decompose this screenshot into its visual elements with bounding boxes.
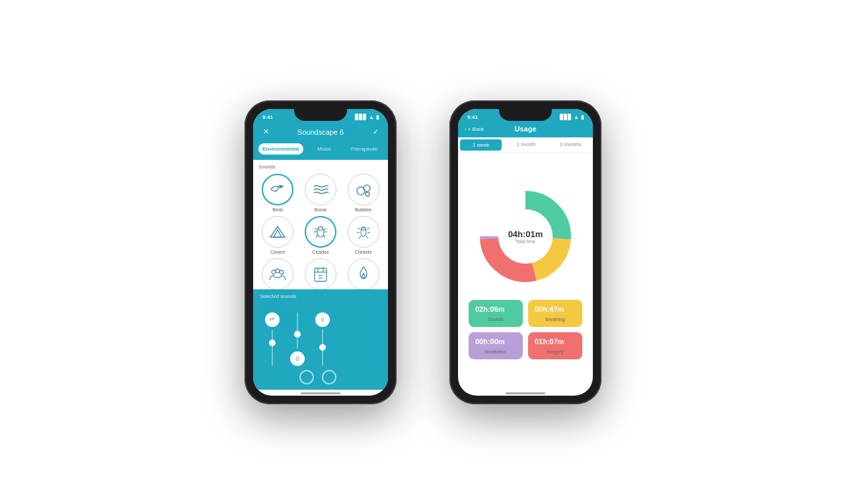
slider-bird-track: [272, 330, 273, 366]
stat-sounds-value: 02h:06m: [475, 305, 505, 313]
stat-sounds-name: Sounds: [475, 317, 516, 322]
slider-cicada-track: [297, 312, 298, 349]
time-tabs: 1 week 1 month 3 months: [458, 137, 593, 153]
svg-point-24: [280, 270, 284, 274]
tab-music[interactable]: Music: [306, 143, 343, 155]
svg-point-7: [319, 227, 323, 231]
stat-breathing-name: Breathing: [535, 317, 576, 322]
brook-label: Brook: [315, 207, 327, 212]
svg-line-13: [323, 235, 325, 237]
svg-line-17: [367, 228, 369, 229]
phone2-screen: 9:41 ▊▊▊ ▲ ▮ ‹ < Back Usage: [458, 109, 593, 396]
stat-breathing: 00h:47m Breathing: [528, 300, 582, 327]
close-button[interactable]: ✕: [260, 126, 272, 138]
svg-line-21: [366, 236, 368, 238]
notch-2: [499, 109, 552, 121]
tab-therapeutic[interactable]: Therapeutic: [346, 143, 383, 155]
stat-imagery-name: Imagery: [535, 349, 576, 354]
svg-point-22: [272, 270, 276, 274]
sound-cicadas[interactable]: Cicadas: [301, 216, 340, 254]
dishwasher-circle: [305, 258, 336, 289]
selected-sounds-label: Selected sounds: [260, 293, 381, 299]
scene: 9:41 ▊▊▊ ▲ ▮ ✕ Soundscape 6: [0, 0, 846, 504]
donut-chart: 04h:01m Total time: [473, 184, 578, 289]
svg-point-31: [296, 356, 299, 360]
sound-crickets[interactable]: Crickets: [344, 216, 383, 254]
phone-1: 9:41 ▊▊▊ ▲ ▮ ✕ Soundscape 6: [245, 100, 397, 404]
cicadas-label: Cicadas: [312, 250, 328, 254]
birds-label: Birds: [272, 207, 283, 212]
phone-2: 9:41 ▊▊▊ ▲ ▮ ‹ < Back Usage: [449, 100, 601, 404]
brook-circle: [305, 174, 336, 205]
check-button[interactable]: ✓: [369, 126, 381, 138]
svg-marker-4: [270, 227, 285, 237]
bottom-circles: [260, 370, 381, 384]
sound-brook[interactable]: Brook: [301, 174, 340, 212]
battery-icon-2: ▮: [581, 114, 584, 120]
slider-cricket-thumb: [319, 344, 326, 351]
notch-1: [294, 109, 347, 121]
cavern-label: Cavern: [270, 250, 286, 254]
sound-birds[interactable]: Birds: [258, 174, 297, 212]
svg-point-3: [365, 192, 369, 196]
sound-dishwasher[interactable]: Dishwasher: [301, 258, 340, 289]
slider-bird-thumb: [269, 340, 276, 346]
circle-btn-2[interactable]: [322, 370, 336, 384]
status-icons-1: ▊▊▊ ▲ ▮: [355, 114, 379, 120]
slider-cricket-icon: [315, 312, 330, 327]
stat-meditation-value: 00h:00m: [475, 338, 505, 345]
home-bar-1: [301, 392, 340, 394]
cavern-circle: [262, 216, 293, 248]
slider-cricket-track: [322, 330, 323, 366]
slider-cicada-thumb: [294, 331, 301, 338]
svg-point-0: [280, 186, 282, 187]
birds-circle: [262, 174, 293, 205]
back-label: < Back: [468, 126, 484, 132]
stat-breathing-value: 00h:47m: [535, 305, 564, 313]
phone1-screen: 9:41 ▊▊▊ ▲ ▮ ✕ Soundscape 6: [253, 109, 388, 396]
time-1: 9:41: [262, 114, 273, 120]
signal-icon-2: ▊▊▊: [560, 114, 572, 120]
donut-center: 04h:01m Total time: [508, 229, 543, 244]
soundscape-title: Soundscape 6: [272, 128, 369, 136]
tab-1month[interactable]: 1 month: [504, 137, 548, 153]
svg-line-20: [359, 236, 361, 238]
stat-imagery: 01h:07m Imagery: [528, 332, 582, 359]
crowd-circle: [262, 258, 293, 289]
time-2: 9:41: [467, 114, 478, 120]
wifi-icon: ▲: [369, 114, 374, 120]
bubbles-circle: [348, 174, 379, 205]
stat-imagery-value: 01h:07m: [535, 338, 564, 345]
signal-icon: ▊▊▊: [355, 114, 367, 120]
sound-fire[interactable]: Fire: [344, 258, 383, 289]
sound-cavern[interactable]: Cavern: [258, 216, 297, 254]
tab-1week[interactable]: 1 week: [460, 139, 502, 151]
svg-point-2: [364, 185, 370, 192]
chart-area: 04h:01m Total time 02h:06m Sounds: [458, 153, 593, 390]
tab-3months[interactable]: 3 months: [549, 137, 593, 153]
back-chevron: ‹: [465, 126, 467, 132]
back-button[interactable]: ‹ < Back: [465, 126, 484, 132]
svg-point-32: [321, 318, 323, 321]
svg-line-12: [316, 235, 318, 237]
stat-meditation-name: Meditation: [475, 349, 516, 354]
svg-point-23: [276, 269, 280, 273]
svg-line-9: [324, 229, 327, 230]
sliders-row: [260, 305, 381, 366]
sound-crowd[interactable]: Crowd: [258, 258, 297, 289]
tab-environmental[interactable]: Environmental: [258, 143, 303, 155]
total-time: 04h:01m: [508, 229, 543, 239]
crickets-circle: [348, 216, 379, 248]
stat-sounds: 02h:06m Sounds: [469, 300, 523, 327]
slider-bird-icon: [265, 312, 280, 327]
slider-bird[interactable]: [265, 312, 280, 366]
sound-bubbles[interactable]: Bubbles: [344, 174, 383, 212]
slider-cricket[interactable]: [315, 312, 330, 366]
crickets-label: Crickets: [355, 250, 371, 254]
home-bar-2: [506, 392, 545, 394]
slider-cicada[interactable]: [290, 312, 305, 366]
circle-btn-1[interactable]: [299, 370, 314, 384]
slider-cicada-icon: [290, 351, 305, 366]
usage-title: Usage: [514, 125, 536, 133]
total-label: Total time: [508, 239, 543, 244]
